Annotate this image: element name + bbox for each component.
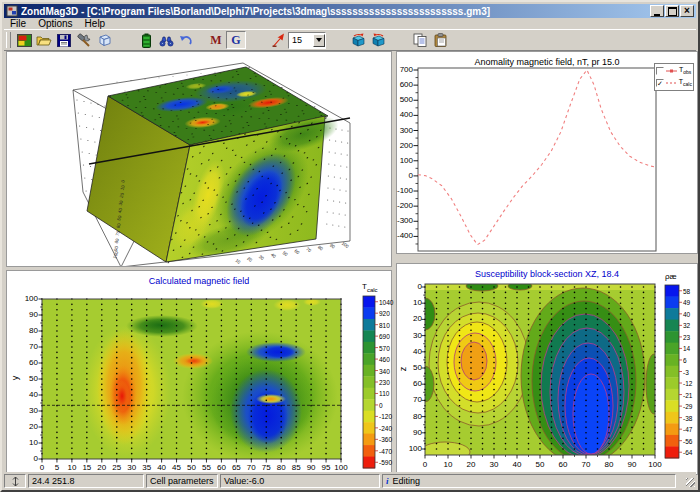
tools-button[interactable] xyxy=(74,31,94,49)
tick-label: 0 xyxy=(379,402,383,409)
svg-text:30: 30 xyxy=(258,254,265,261)
battery-button[interactable] xyxy=(136,31,156,49)
tick-label: 20 xyxy=(94,464,110,472)
scale-select[interactable]: 15 xyxy=(288,32,326,49)
calc-field-map[interactable] xyxy=(7,271,391,474)
resize-grip[interactable] xyxy=(678,474,696,488)
anomaly-chart[interactable] xyxy=(397,52,697,253)
tick-label: -240 xyxy=(379,425,392,432)
anomaly-y-axis xyxy=(414,70,419,244)
susceptibility-panel[interactable]: Susceptibility block-section XZ, 18.4 z xyxy=(396,263,698,475)
tick-label: -400 xyxy=(395,232,413,240)
tick-label: 6 xyxy=(683,357,687,364)
app-window: ZondMag3D - [C:\Program Files\Borland\De… xyxy=(0,0,700,492)
anomaly-legend[interactable]: Tobs✓Tcalc xyxy=(654,63,694,91)
susceptibility-section-map[interactable] xyxy=(397,264,697,474)
susceptibility-title: Susceptibility block-section XZ, 18.4 xyxy=(397,269,697,279)
anomaly-chart-title: Anomality magnetic field, nT, pr 15.0 xyxy=(397,57,697,67)
tick-label: 340 xyxy=(379,368,390,375)
tick-label: 50 xyxy=(404,364,422,372)
toolbar-grip[interactable] xyxy=(6,32,11,48)
tools-icon xyxy=(77,33,92,47)
tick-label: 0 xyxy=(20,455,38,463)
close-button[interactable]: × xyxy=(680,5,694,17)
binoculars-button[interactable] xyxy=(156,31,176,49)
legend-item-Tcalc: ✓Tcalc xyxy=(656,77,692,89)
scale-value: 15 xyxy=(289,35,313,45)
copy-button[interactable] xyxy=(410,31,430,49)
info-icon: i xyxy=(386,476,389,486)
tick-label: -300 xyxy=(395,217,413,225)
model-3d-view[interactable]: 0102030405060708090100 10203040506070809… xyxy=(7,52,391,266)
restore-button[interactable] xyxy=(665,5,679,17)
legend-marker xyxy=(666,79,677,87)
svg-text:100: 100 xyxy=(112,250,119,259)
scale-dropdown-button[interactable] xyxy=(313,34,325,47)
tick-label: 80 xyxy=(601,461,617,469)
tick-label: 10 xyxy=(20,439,38,447)
tick-label: 230 xyxy=(379,379,390,386)
menu-help[interactable]: Help xyxy=(79,18,112,29)
legend-checkbox-Tcalc[interactable]: ✓ xyxy=(656,79,664,87)
gravity-button[interactable]: G xyxy=(226,31,246,49)
pointer-button[interactable] xyxy=(268,31,288,49)
minimize-button[interactable] xyxy=(650,5,664,17)
tick-label: -100 xyxy=(395,187,413,195)
palette-button[interactable] xyxy=(14,31,34,49)
status-value: Value:-6.0 xyxy=(220,474,380,488)
tick-label: 70 xyxy=(404,396,422,404)
cube-button[interactable] xyxy=(94,31,114,49)
tick-label: 10 xyxy=(440,461,456,469)
undo-button[interactable] xyxy=(176,31,196,49)
tick-label: 200 xyxy=(395,142,413,150)
calc-field-colorbar-label: Tcalc xyxy=(362,282,378,293)
rotate-back-button[interactable] xyxy=(348,31,368,49)
tick-label: -120 xyxy=(379,413,392,420)
tick-label: 460 xyxy=(379,356,390,363)
model-3d-panel[interactable]: 0102030405060708090100 10203040506070809… xyxy=(6,51,392,267)
magnetic-button[interactable]: M xyxy=(206,31,226,49)
tick-label: -470 xyxy=(379,448,392,455)
legend-label: Tobs xyxy=(679,66,691,75)
tick-label: -200 xyxy=(395,202,413,210)
legend-checkbox-Tobs[interactable] xyxy=(656,67,664,75)
app-icon[interactable] xyxy=(6,5,18,17)
tick-label: 70 xyxy=(578,461,594,469)
binoculars-icon xyxy=(159,34,174,47)
menu-options[interactable]: Options xyxy=(32,18,78,29)
anomaly-chart-panel[interactable]: Anomality magnetic field, nT, pr 15.0 To… xyxy=(396,51,698,254)
tick-label: 110 xyxy=(379,390,389,397)
tick-label: -21 xyxy=(683,392,692,399)
open-folder-icon xyxy=(36,34,52,47)
tick-label: 0 xyxy=(417,461,433,469)
titlebar[interactable]: ZondMag3D - [C:\Program Files\Borland\De… xyxy=(4,4,696,18)
svg-text:100: 100 xyxy=(341,241,350,250)
status-mode-panel: i Editing xyxy=(382,474,676,488)
tick-label: -12 xyxy=(683,380,692,387)
tick-label: -64 xyxy=(683,449,692,456)
tick-label: 600 xyxy=(395,81,413,89)
tick-label: 810 xyxy=(379,322,390,329)
legend-marker xyxy=(666,67,677,75)
status-position: 24.4 251.8 xyxy=(28,474,144,488)
tick-label: 50 xyxy=(532,461,548,469)
tick-label: 100 xyxy=(333,464,349,472)
tick-label: 1040 xyxy=(379,299,393,306)
tick-label: 75 xyxy=(258,464,274,472)
tick-label: 30 xyxy=(124,464,140,472)
save-button[interactable] xyxy=(54,31,74,49)
open-button[interactable] xyxy=(34,31,54,49)
menu-file[interactable]: File xyxy=(4,18,32,29)
svg-text:90: 90 xyxy=(329,243,336,250)
rotate-forward-button[interactable] xyxy=(368,31,388,49)
tick-label: 10 xyxy=(64,464,80,472)
tick-label: 0 xyxy=(395,172,413,180)
legend-label: Tcalc xyxy=(679,78,692,87)
tick-label: 25 xyxy=(109,464,125,472)
tick-label: 40 xyxy=(509,461,525,469)
tick-label: 700 xyxy=(395,66,413,74)
rotate-cube-forward-icon xyxy=(371,33,386,47)
paste-button[interactable] xyxy=(430,31,450,49)
tick-label: 570 xyxy=(379,345,390,352)
calc-field-panel[interactable]: Calculated magnetic field y xyxy=(6,270,392,475)
